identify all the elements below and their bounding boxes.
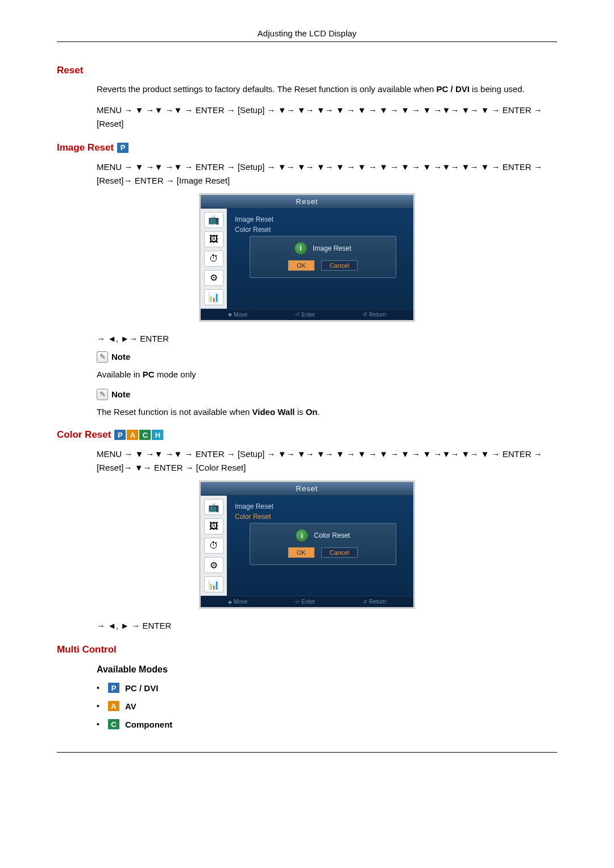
osd-menu-item[interactable]: Image Reset [235, 501, 405, 512]
heading-multi-control: Multi Control [57, 644, 557, 655]
footer-return: Return [369, 599, 386, 605]
note1-text: Available in PC mode only [97, 368, 557, 381]
osd-cancel-button[interactable]: Cancel [321, 547, 358, 558]
mode-badge-c-icon: C [108, 719, 119, 729]
osd-color-reset: Reset 📺 🖼 ⏱ ⚙ 📊 Image Reset Color Reset … [199, 480, 415, 609]
mode-badge-c-icon: C [139, 430, 151, 440]
osd-side-icon-multi: 📊 [204, 289, 223, 305]
osd-side-icon-input: 📺 [204, 212, 223, 228]
mode-badge-a-icon: A [108, 701, 119, 711]
mode-badge-h-icon: H [152, 430, 163, 440]
color-reset-after-path: → ◄, ► → ENTER [97, 619, 557, 633]
osd-titlebar: Reset [201, 482, 413, 496]
osd-footer: ◆Move ⏎Enter ↺Return [201, 309, 413, 320]
page-header: Adjusting the LCD Display [57, 28, 557, 42]
return-icon: ↺ [363, 312, 367, 317]
note-icon: ✎ [97, 351, 108, 363]
note-row: ✎ Note [97, 389, 557, 400]
heading-color-reset: Color Reset P A C H [57, 429, 557, 441]
available-modes-list: P PC / DVI A AV C Component [97, 683, 557, 729]
return-icon: ↺ [363, 599, 367, 605]
osd-confirm-dialog: i Color Reset OK Cancel [250, 523, 396, 565]
osd-dialog-title: Image Reset [313, 244, 351, 252]
footer-return: Return [369, 312, 386, 318]
heading-image-reset-text: Image Reset [57, 142, 114, 153]
reset-desc-pre: Reverts the product settings to factory … [97, 84, 437, 94]
move-icon: ◆ [228, 312, 232, 317]
osd-ok-button[interactable]: OK [288, 260, 314, 271]
osd-side-icon-picture: 🖼 [204, 231, 223, 247]
note-label: Note [111, 389, 130, 399]
footer-rule [57, 752, 557, 753]
image-reset-mode-badges: P [117, 143, 128, 153]
mode-badge-p-icon: P [114, 430, 126, 440]
osd-menu-item[interactable]: Color Reset [235, 225, 405, 235]
info-icon: i [294, 242, 307, 255]
note1-bold: PC [143, 369, 155, 379]
mode-label: Component [125, 720, 172, 729]
info-icon: i [296, 529, 308, 542]
list-item: P PC / DVI [97, 683, 557, 693]
note-icon: ✎ [97, 389, 108, 400]
reset-description: Reverts the product settings to factory … [97, 83, 557, 95]
list-item: A AV [97, 701, 557, 711]
osd-image-reset: Reset 📺 🖼 ⏱ ⚙ 📊 Image Reset Color Reset … [199, 193, 415, 322]
mode-label: PC / DVI [125, 683, 158, 693]
osd-confirm-dialog: i Image Reset OK Cancel [250, 236, 396, 278]
osd-side-icon-setup: ⚙ [204, 557, 223, 573]
osd-footer: ◆Move ⏎Enter ↺Return [201, 596, 413, 607]
heading-reset: Reset [57, 65, 557, 76]
note2-post: . [318, 407, 320, 417]
osd-side-icon-input: 📺 [204, 499, 223, 515]
mode-badge-p-icon: P [117, 143, 128, 153]
footer-move: Move [234, 599, 247, 605]
osd-side-icon-setup: ⚙ [204, 270, 223, 286]
note2-pre: The Reset function is not available when [97, 407, 252, 417]
footer-enter: Enter [301, 599, 315, 605]
osd-dialog-title: Color Reset [314, 531, 350, 539]
enter-icon: ⏎ [295, 599, 300, 605]
footer-enter: Enter [301, 312, 315, 318]
mode-badge-a-icon: A [127, 430, 138, 440]
color-reset-nav-path: MENU → ▼ →▼ →▼ → ENTER → [Setup] → ▼→ ▼→… [97, 447, 557, 475]
mode-label: AV [125, 701, 136, 711]
list-item: C Component [97, 719, 557, 729]
osd-main: Image Reset Color Reset i Color Reset OK… [227, 496, 413, 596]
subheading-available-modes: Available Modes [97, 665, 557, 675]
osd-side-icon-sound: ⏱ [204, 251, 223, 267]
osd-side-icon-sound: ⏱ [204, 538, 223, 554]
image-reset-after-path: → ◄, ►→ ENTER [97, 332, 557, 346]
osd-sidebar: 📺 🖼 ⏱ ⚙ 📊 [201, 496, 227, 596]
enter-icon: ⏎ [295, 312, 300, 317]
note2-b1: Video Wall [252, 407, 295, 417]
osd-cancel-button[interactable]: Cancel [321, 260, 358, 271]
footer-move: Move [234, 312, 247, 318]
osd-body: 📺 🖼 ⏱ ⚙ 📊 Image Reset Color Reset i Imag… [201, 209, 413, 309]
note1-post: mode only [154, 369, 196, 379]
osd-body: 📺 🖼 ⏱ ⚙ 📊 Image Reset Color Reset i Colo… [201, 496, 413, 596]
color-reset-mode-badges: P A C H [114, 430, 163, 440]
note2-b2: On [306, 407, 318, 417]
heading-color-reset-text: Color Reset [57, 429, 111, 441]
note1-pre: Available in [97, 369, 143, 379]
reset-desc-post: is being used. [470, 84, 525, 94]
osd-menu-item-selected[interactable]: Color Reset [235, 512, 405, 522]
note2-text: The Reset function is not available when… [97, 406, 557, 418]
heading-image-reset: Image Reset P [57, 142, 557, 153]
osd-titlebar: Reset [201, 195, 413, 209]
heading-multi-control-text: Multi Control [57, 644, 117, 655]
reset-desc-bold: PC / DVI [437, 84, 470, 94]
note-row: ✎ Note [97, 351, 557, 363]
note2-mid: is [295, 407, 306, 417]
osd-sidebar: 📺 🖼 ⏱ ⚙ 📊 [201, 209, 227, 309]
reset-nav-path: MENU → ▼ →▼ →▼ → ENTER → [Setup] → ▼→ ▼→… [97, 103, 557, 131]
note-label: Note [111, 352, 130, 362]
move-icon: ◆ [228, 599, 232, 605]
osd-main: Image Reset Color Reset i Image Reset OK… [227, 209, 413, 309]
osd-menu-item[interactable]: Image Reset [235, 214, 405, 225]
osd-ok-button[interactable]: OK [288, 547, 314, 558]
osd-side-icon-multi: 📊 [204, 576, 223, 592]
image-reset-nav-path: MENU → ▼ →▼ →▼ → ENTER → [Setup] → ▼→ ▼→… [97, 160, 557, 188]
heading-reset-text: Reset [57, 65, 83, 76]
osd-side-icon-picture: 🖼 [204, 518, 223, 534]
